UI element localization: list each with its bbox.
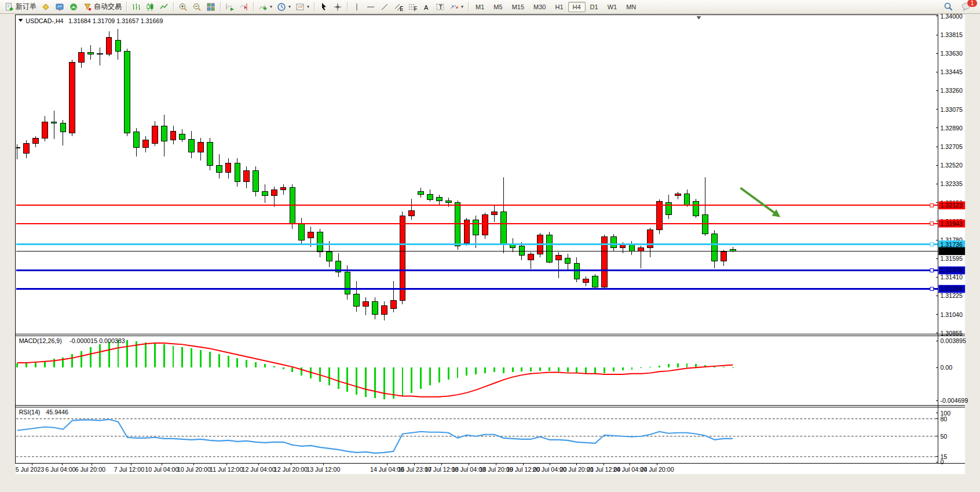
svg-text:A: A	[424, 3, 429, 10]
vertical-line-tool-button[interactable]	[350, 1, 364, 13]
bull-candle	[390, 300, 396, 308]
rsi-indicator-label: RSI(14)	[19, 409, 41, 416]
indicators-button[interactable]: ▾	[256, 1, 275, 13]
macd-bar	[521, 367, 522, 371]
bear-candle	[180, 134, 185, 139]
zoom-out-button[interactable]	[190, 1, 204, 13]
svg-text:E: E	[400, 5, 403, 12]
metaeditor-button[interactable]	[39, 1, 53, 13]
bear-candle	[593, 276, 598, 287]
chat-button[interactable]: 1	[959, 1, 974, 13]
hline-handle[interactable]	[930, 222, 934, 225]
price-axis-label: 1.31595	[940, 255, 963, 262]
bull-candle	[225, 163, 231, 173]
cursor-tool-button[interactable]	[317, 1, 331, 13]
trendline-tool-button[interactable]	[378, 1, 392, 13]
autotrading-button[interactable]: 自动交易	[81, 1, 124, 13]
text-label-tool-button[interactable]: T	[433, 1, 447, 13]
timeframe-h1-button[interactable]: H1	[550, 2, 568, 12]
macd-bar	[585, 367, 587, 374]
hline-price-tag: 1.31943	[940, 220, 963, 227]
mt4-window: { "toolbar": { "new_order_label": "新订单",…	[0, 0, 980, 492]
bear-candle	[189, 139, 195, 152]
fibonacci-tool-button[interactable]: F	[405, 1, 419, 13]
price-axis-label: 1.32520	[940, 162, 963, 169]
autotrading-icon	[83, 2, 92, 12]
arrows-tool-button[interactable]: ▾	[447, 1, 466, 13]
timeframe-m30-button[interactable]: M30	[529, 2, 550, 12]
new-order-button[interactable]: 新订单	[2, 1, 39, 13]
hline-handle[interactable]	[930, 243, 934, 246]
timeframe-m1-button[interactable]: M1	[471, 2, 489, 12]
bull-candle	[24, 143, 30, 153]
bull-candle	[492, 212, 498, 214]
text-tool-button[interactable]: A	[419, 1, 433, 13]
timeframe-m15-button[interactable]: M15	[507, 2, 529, 12]
chart-shift-button[interactable]	[237, 1, 251, 13]
macd-bar	[236, 358, 238, 367]
auto-scroll-button[interactable]	[223, 1, 237, 13]
price-axis-label: 1.33630	[940, 50, 963, 57]
new-order-icon	[5, 2, 14, 12]
timeframe-mn-button[interactable]: MN	[621, 2, 641, 12]
bull-candle	[555, 255, 561, 260]
macd-bar	[484, 367, 486, 373]
macd-bar	[420, 367, 422, 388]
new-order-label: 新订单	[16, 2, 36, 12]
macd-bar	[81, 351, 82, 367]
macd-bar	[347, 367, 349, 392]
templates-button[interactable]: ▾	[293, 1, 312, 13]
periods-clock-icon	[277, 2, 286, 12]
channel-tool-button[interactable]: E	[392, 1, 405, 13]
macd-axis-label: 0.00	[940, 364, 952, 371]
hline-handle[interactable]	[930, 269, 934, 272]
horizontal-line-tool-button[interactable]	[364, 1, 378, 13]
bear-candle	[262, 192, 268, 196]
timeframe-w1-button[interactable]: W1	[603, 2, 622, 12]
toolbar-separator	[253, 2, 254, 12]
zoom-out-icon	[192, 2, 202, 12]
macd-bar	[475, 367, 477, 374]
bull-candle	[381, 305, 387, 315]
macd-bar	[273, 366, 275, 367]
bar-chart-button[interactable]	[129, 1, 143, 13]
toolbar-separator	[468, 2, 469, 12]
signals-button[interactable]	[67, 1, 81, 13]
bear-candle	[372, 301, 378, 315]
bear-candle	[693, 202, 699, 216]
candlestick-chart-button[interactable]	[143, 1, 157, 13]
hline-handle[interactable]	[930, 203, 934, 207]
bear-candle	[665, 203, 671, 215]
macd-bar	[668, 364, 670, 367]
rsi-indicator-value: 45.9446	[46, 409, 68, 416]
zoom-in-button[interactable]	[176, 1, 190, 13]
toolbar-separator	[173, 2, 174, 12]
bar-chart-icon	[131, 2, 141, 12]
crosshair-tool-button[interactable]	[331, 1, 345, 13]
bear-candle	[97, 53, 103, 54]
indicators-icon	[258, 2, 268, 12]
macd-bar	[16, 363, 18, 367]
macd-bar	[448, 367, 449, 380]
tile-windows-button[interactable]	[204, 1, 218, 13]
bear-candle	[445, 201, 451, 202]
bull-candle	[42, 122, 47, 139]
line-chart-button[interactable]	[157, 1, 171, 13]
timeframe-d1-button[interactable]: D1	[586, 2, 603, 12]
chevron-down-icon: ▾	[270, 4, 272, 9]
price-axis-label: 1.30855	[940, 330, 963, 337]
timeframe-m5-button[interactable]: M5	[489, 2, 507, 12]
chevron-down-icon: ▾	[307, 4, 309, 9]
zoom-in-icon	[178, 2, 188, 12]
macd-indicator-label: MACD(12,26,9)	[19, 337, 62, 344]
chart-area[interactable]: 1.340001.338151.336301.334451.332601.330…	[0, 14, 980, 492]
periods-button[interactable]: ▾	[275, 1, 293, 13]
macd-bar	[457, 367, 459, 378]
search-button[interactable]	[941, 1, 956, 13]
strategy-tester-button[interactable]	[53, 1, 67, 13]
bull-candle	[648, 230, 653, 248]
candlestick-chart-icon	[145, 2, 155, 12]
bull-candle	[721, 252, 727, 261]
hline-handle[interactable]	[930, 287, 934, 291]
timeframe-h4-button[interactable]: H4	[568, 2, 586, 12]
